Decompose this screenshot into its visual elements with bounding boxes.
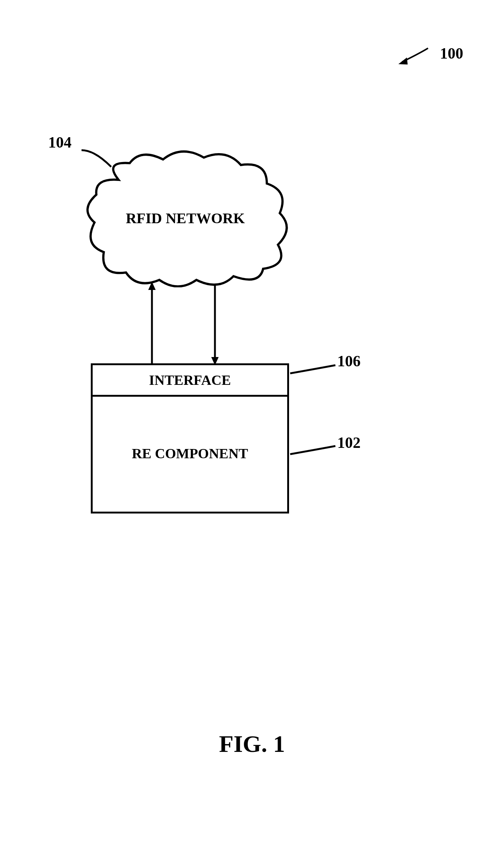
re-component-box: RE COMPONENT — [91, 395, 289, 513]
svg-marker-0 — [398, 57, 408, 65]
svg-marker-2 — [148, 282, 156, 290]
re-component-label: RE COMPONENT — [132, 445, 248, 462]
rfid-network-cloud: RFID NETWORK — [78, 146, 293, 287]
interface-label: INTERFACE — [149, 372, 231, 388]
ref-lead-106 — [289, 364, 337, 379]
figure-label: FIG. 1 — [0, 730, 504, 758]
ref-label-100: 100 — [440, 44, 463, 62]
ref-label-106: 106 — [337, 352, 361, 370]
ref-arrow-100 — [397, 46, 430, 67]
ref-label-104: 104 — [48, 133, 72, 151]
ref-lead-102 — [289, 445, 337, 460]
ref-label-102: 102 — [337, 434, 361, 452]
cloud-label: RFID NETWORK — [78, 209, 293, 227]
interface-box: INTERFACE — [91, 363, 289, 397]
arrow-up-icon — [146, 282, 158, 365]
diagram-container: 100 104 RFID NETWORK INTERFACE 106 RE CO… — [0, 0, 504, 862]
arrow-down-icon — [209, 282, 220, 365]
